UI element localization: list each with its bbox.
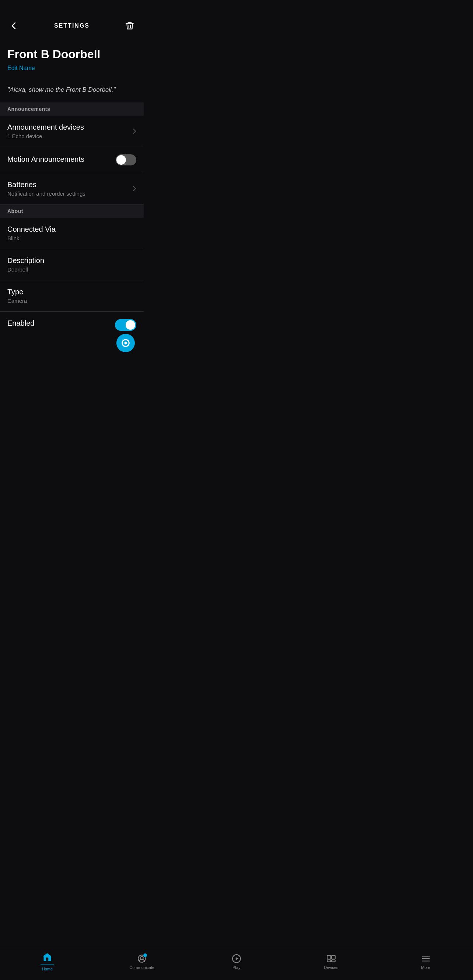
enabled-toggle-track[interactable] (115, 319, 136, 331)
type-text: Type Camera (7, 288, 136, 304)
batteries-text: Batteries Notification and reorder setti… (7, 181, 133, 197)
motion-announcements-label: Motion Announcements (7, 155, 116, 164)
enabled-icon (121, 338, 131, 348)
chevron-right-icon (133, 128, 136, 134)
motion-announcements-row[interactable]: Motion Announcements (0, 147, 144, 173)
enabled-text: Enabled (7, 319, 115, 329)
connected-via-label: Connected Via (7, 225, 136, 234)
type-value: Camera (7, 298, 136, 304)
enabled-toggle-wrapper (115, 319, 136, 352)
header: SETTINGS (0, 0, 144, 38)
chevron-right-icon (133, 186, 136, 192)
about-section-header: About (0, 204, 144, 218)
enabled-label: Enabled (7, 319, 115, 328)
description-label: Description (7, 256, 136, 265)
announcements-section-header: Announcements (0, 102, 144, 116)
back-icon (10, 22, 18, 30)
announcement-devices-text: Announcement devices 1 Echo device (7, 123, 133, 139)
motion-announcements-text: Motion Announcements (7, 155, 116, 165)
announcement-devices-value: 1 Echo device (7, 133, 133, 139)
batteries-label: Batteries (7, 181, 133, 189)
connected-via-row: Connected Via Blink (0, 218, 144, 249)
description-row: Description Doorbell (0, 249, 144, 280)
connected-via-value: Blink (7, 235, 136, 241)
type-row: Type Camera (0, 280, 144, 312)
trash-icon (125, 21, 134, 30)
device-name: Front B Doorbell (7, 47, 136, 61)
alexa-command: "Alexa, show me the Front B Doorbell." (0, 79, 144, 102)
enabled-toggle-icon (116, 334, 135, 352)
enabled-row[interactable]: Enabled (0, 312, 144, 382)
toggle-off-state (116, 154, 136, 165)
announcement-devices-label: Announcement devices (7, 123, 133, 132)
edit-name-link[interactable]: Edit Name (7, 65, 35, 71)
back-button[interactable] (7, 19, 21, 32)
announcement-devices-row[interactable]: Announcement devices 1 Echo device (0, 116, 144, 147)
connected-via-text: Connected Via Blink (7, 225, 136, 241)
description-value: Doorbell (7, 266, 136, 273)
description-text: Description Doorbell (7, 256, 136, 273)
svg-point-3 (124, 342, 127, 344)
device-name-section: Front B Doorbell Edit Name (0, 38, 144, 79)
motion-announcements-toggle[interactable] (116, 154, 136, 165)
batteries-row[interactable]: Batteries Notification and reorder setti… (0, 173, 144, 204)
batteries-value: Notification and reorder settings (7, 191, 133, 197)
type-label: Type (7, 288, 136, 296)
delete-button[interactable] (123, 19, 136, 32)
page-title: SETTINGS (54, 22, 89, 29)
